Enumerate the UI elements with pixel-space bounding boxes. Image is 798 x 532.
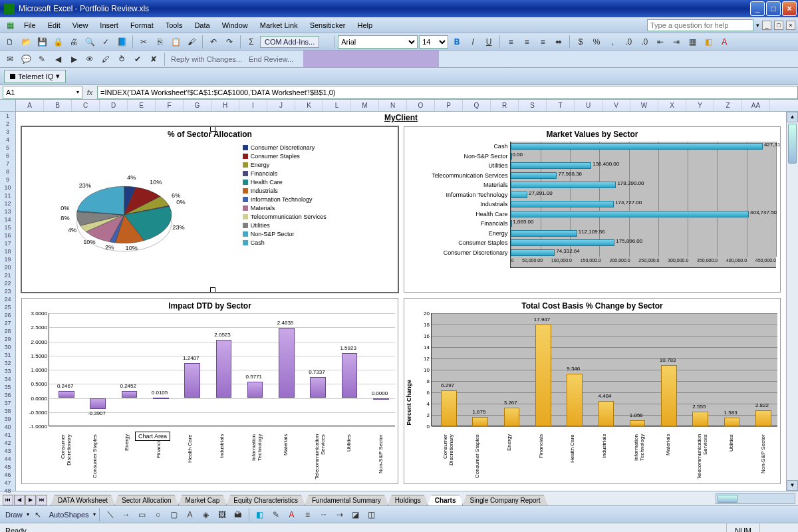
row-30[interactable]: 30 — [0, 343, 15, 351]
3d-icon[interactable]: ◫ — [364, 507, 379, 522]
row-1[interactable]: 1 — [0, 112, 15, 120]
picture-icon[interactable]: 🏔 — [231, 507, 245, 522]
menu-edit[interactable]: Edit — [43, 19, 66, 31]
fx-icon[interactable]: fx — [82, 88, 97, 96]
row-24[interactable]: 24 — [0, 295, 15, 303]
shadow-icon[interactable]: ◪ — [348, 507, 363, 522]
col-X[interactable]: X — [658, 100, 686, 111]
underline-icon[interactable]: U — [481, 35, 496, 49]
row-46[interactable]: 46 — [0, 471, 15, 479]
wordart-icon[interactable]: A — [183, 507, 198, 522]
paste-icon[interactable]: 📋 — [168, 35, 183, 49]
font-select[interactable]: Arial — [338, 35, 418, 49]
insert-comment-icon[interactable]: 💬 — [19, 52, 33, 66]
diagram-icon[interactable]: ◈ — [199, 507, 213, 522]
comma-icon[interactable]: , — [605, 35, 620, 49]
font-color-icon[interactable]: A — [717, 35, 732, 49]
col-S[interactable]: S — [519, 100, 547, 111]
col-Y[interactable]: Y — [686, 100, 714, 111]
col-I[interactable]: I — [239, 100, 267, 111]
fill-color-icon[interactable]: ◧ — [701, 35, 716, 49]
align-left-icon[interactable]: ≡ — [503, 35, 518, 49]
row-6[interactable]: 6 — [0, 152, 15, 160]
row-15[interactable]: 15 — [0, 223, 15, 231]
col-U[interactable]: U — [575, 100, 602, 111]
menu-format[interactable]: Format — [125, 19, 159, 31]
col-N[interactable]: N — [379, 100, 407, 111]
row-35[interactable]: 35 — [0, 383, 15, 391]
com-addins-button[interactable]: COM Add-Ins... — [260, 36, 319, 48]
menu-insert[interactable]: Insert — [94, 19, 124, 31]
row-45[interactable]: 45 — [0, 463, 15, 471]
col-C[interactable]: C — [72, 100, 100, 111]
reply-changes-button[interactable]: Reply with Changes... — [168, 55, 245, 63]
row-14[interactable]: 14 — [0, 215, 15, 223]
col-O[interactable]: O — [407, 100, 435, 111]
ink-icon[interactable]: 🖊 — [98, 52, 113, 66]
dec-indent-icon[interactable]: ⇤ — [653, 35, 668, 49]
currency-icon[interactable]: $ — [573, 35, 588, 49]
row-12[interactable]: 12 — [0, 200, 15, 207]
save-icon[interactable]: 💾 — [35, 35, 49, 49]
align-center-icon[interactable]: ≡ — [519, 35, 534, 49]
merge-icon[interactable]: ⬌ — [551, 35, 566, 49]
tab-first-icon[interactable]: ⏮ — [3, 495, 13, 505]
row-16[interactable]: 16 — [0, 231, 15, 239]
row-3[interactable]: 3 — [0, 128, 15, 136]
row-44[interactable]: 44 — [0, 455, 15, 463]
copy-icon[interactable]: ⎘ — [152, 35, 167, 49]
menu-help[interactable]: Help — [352, 19, 378, 31]
row-13[interactable]: 13 — [0, 207, 15, 215]
linestyle-icon[interactable]: ≡ — [301, 507, 315, 522]
inc-indent-icon[interactable]: ⇥ — [669, 35, 684, 49]
scroll-up-icon[interactable]: ▲ — [787, 112, 798, 122]
maximize-button[interactable]: □ — [766, 1, 781, 16]
clipart-icon[interactable]: 🖼 — [215, 507, 229, 522]
col-P[interactable]: P — [435, 100, 463, 111]
horizontal-scrollbar[interactable] — [716, 493, 795, 504]
minimize-button[interactable]: _ — [750, 1, 765, 16]
row-42[interactable]: 42 — [0, 439, 15, 447]
col-T[interactable]: T — [547, 100, 575, 111]
end-review-button[interactable]: End Review... — [246, 55, 296, 63]
row-32[interactable]: 32 — [0, 359, 15, 367]
menu-file[interactable]: File — [19, 19, 41, 31]
col-Z[interactable]: Z — [714, 100, 742, 111]
row-47[interactable]: 47 — [0, 479, 15, 487]
dashstyle-icon[interactable]: ┈ — [317, 507, 331, 522]
col-R[interactable]: R — [491, 100, 519, 111]
show-comments-icon[interactable]: 👁 — [82, 52, 97, 66]
row-37[interactable]: 37 — [0, 399, 15, 407]
sheet-tab[interactable]: Sector Allocation — [114, 495, 179, 505]
redo-icon[interactable]: ↷ — [222, 35, 237, 49]
row-36[interactable]: 36 — [0, 391, 15, 399]
fillcolor-icon[interactable]: ◧ — [253, 507, 267, 522]
sum-icon[interactable]: Σ — [244, 35, 259, 49]
row-40[interactable]: 40 — [0, 423, 15, 431]
col-M[interactable]: M — [351, 100, 379, 111]
row-31[interactable]: 31 — [0, 351, 15, 359]
preview-icon[interactable]: 🔍 — [82, 35, 97, 49]
chart-vbar-impact[interactable]: Impact DTD by Sector -1.0000-0.50000.000… — [21, 298, 398, 484]
vertical-scrollbar[interactable]: ▲ ▼ — [786, 112, 798, 491]
row-29[interactable]: 29 — [0, 335, 15, 343]
row-21[interactable]: 21 — [0, 271, 15, 279]
row-23[interactable]: 23 — [0, 287, 15, 295]
doc-max-button[interactable]: □ — [774, 21, 783, 30]
draw-menu[interactable]: Draw — [3, 511, 25, 519]
italic-icon[interactable]: I — [466, 35, 480, 49]
col-V[interactable]: V — [602, 100, 630, 111]
bold-icon[interactable]: B — [450, 35, 464, 49]
row-27[interactable]: 27 — [0, 319, 15, 327]
doc-close-button[interactable]: × — [786, 21, 795, 30]
row-19[interactable]: 19 — [0, 255, 15, 263]
menu-data[interactable]: Data — [189, 19, 215, 31]
row-5[interactable]: 5 — [0, 144, 15, 152]
doc-restore-button[interactable]: _ — [762, 21, 771, 30]
reject-icon[interactable]: ✘ — [146, 52, 161, 66]
cut-icon[interactable]: ✂ — [136, 35, 151, 49]
track-icon[interactable]: ⥁ — [114, 52, 129, 66]
scroll-down-icon[interactable]: ▼ — [787, 480, 798, 491]
accept-icon[interactable]: ✔ — [130, 52, 145, 66]
arrowstyle-icon[interactable]: ⇢ — [332, 507, 347, 522]
